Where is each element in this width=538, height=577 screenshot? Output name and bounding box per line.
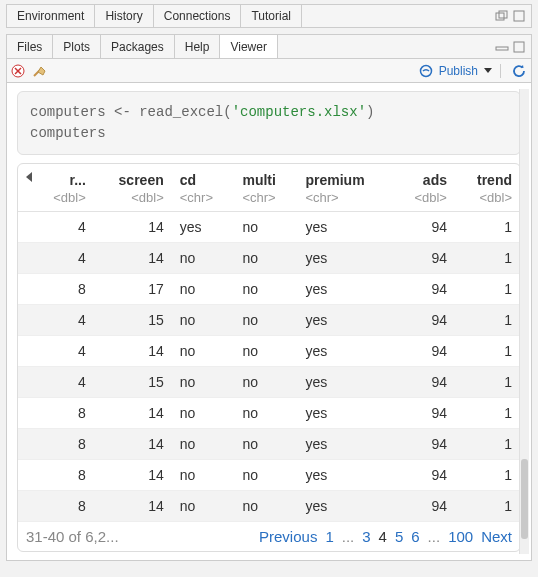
col-type-2: <chr> [172,190,235,212]
cell: 94 [393,243,455,274]
cell: 94 [393,336,455,367]
col-header-2[interactable]: cd [172,164,235,190]
cell: 1 [455,460,520,491]
col-header-4[interactable]: premium [297,164,393,190]
cell: 1 [455,243,520,274]
cell: 94 [393,274,455,305]
cell: no [172,460,235,491]
tab-packages[interactable]: Packages [101,35,175,58]
cell: 4 [32,243,94,274]
table-row: 414nonoyes941 [18,243,520,274]
remove-viewer-icon[interactable] [11,64,25,78]
cell: yes [297,429,393,460]
fullsize-pane-icon[interactable] [513,41,525,53]
tab-environment[interactable]: Environment [7,5,95,27]
cell: 14 [94,336,172,367]
cell: 8 [32,429,94,460]
publish-button[interactable]: Publish [415,64,505,78]
tab-connections[interactable]: Connections [154,5,242,27]
viewer-toolbar: Publish [7,59,531,83]
pager-page-6[interactable]: 6 [411,528,419,545]
cell: no [172,491,235,522]
cell: 1 [455,491,520,522]
cell: 15 [94,305,172,336]
table-row: 814nonoyes941 [18,491,520,522]
cell: yes [297,460,393,491]
pager-prev[interactable]: Previous [259,528,317,545]
cell: 14 [94,212,172,243]
vertical-scrollbar[interactable] [519,89,529,554]
viewer-pane: FilesPlotsPackagesHelpViewer Publish [6,34,532,561]
cell: 1 [455,367,520,398]
cell: yes [297,274,393,305]
minimize-pane-icon[interactable] [495,10,509,22]
col-header-0[interactable]: r... [32,164,94,190]
svg-point-9 [420,65,431,76]
tab-help[interactable]: Help [175,35,221,58]
tab-plots[interactable]: Plots [53,35,101,58]
cell: no [234,305,297,336]
table-row: 817nonoyes941 [18,274,520,305]
table-footer: 31-40 of 6,2... Previous1...3456...100Ne… [18,522,520,551]
col-type-4: <chr> [297,190,393,212]
cell: 1 [455,429,520,460]
data-table-wrap: r...screencdmultipremiumadstrend <dbl><d… [17,163,521,552]
cell: 4 [32,336,94,367]
pager-next[interactable]: Next [481,528,512,545]
pager-current: 4 [379,528,387,545]
cell: 1 [455,305,520,336]
col-type-6: <dbl> [455,190,520,212]
chevron-down-icon [484,68,492,73]
col-header-5[interactable]: ads [393,164,455,190]
collapse-pane-icon[interactable] [495,41,509,53]
scrollbar-thumb[interactable] [521,459,528,539]
tab-files[interactable]: Files [7,35,53,58]
tab-viewer[interactable]: Viewer [220,35,277,58]
cell: 94 [393,398,455,429]
code-chunk: computers <- read_excel('computers.xlsx'… [17,91,521,155]
cell: 15 [94,367,172,398]
cell: 1 [455,212,520,243]
cell: no [172,336,235,367]
table-row: 415nonoyes941 [18,367,520,398]
cell: no [172,367,235,398]
pager-page-100[interactable]: 100 [448,528,473,545]
col-type-0: <dbl> [32,190,94,212]
code-string: 'computers.xlsx' [232,104,366,120]
tab-history[interactable]: History [95,5,153,27]
cell: no [172,305,235,336]
broom-icon[interactable] [31,63,47,79]
table-row: 415nonoyes941 [18,305,520,336]
pager-page-3[interactable]: 3 [362,528,370,545]
svg-rect-3 [496,47,508,50]
publish-label: Publish [439,64,478,78]
cell: yes [297,367,393,398]
cell: yes [297,491,393,522]
scroll-left-icon[interactable] [26,172,32,182]
cell: 1 [455,398,520,429]
cell: 14 [94,460,172,491]
cell: yes [297,305,393,336]
col-header-1[interactable]: screen [94,164,172,190]
cell: 4 [32,305,94,336]
col-header-3[interactable]: multi [234,164,297,190]
col-type-3: <chr> [234,190,297,212]
refresh-icon[interactable] [511,63,527,79]
cell: yes [172,212,235,243]
upper-tabbar: EnvironmentHistoryConnectionsTutorial [6,4,532,28]
pager: Previous1...3456...100Next [129,528,512,545]
cell: 14 [94,491,172,522]
cell: no [234,398,297,429]
col-header-6[interactable]: trend [455,164,520,190]
cell: yes [297,243,393,274]
tab-tutorial[interactable]: Tutorial [241,5,302,27]
cell: yes [297,398,393,429]
pager-page-1[interactable]: 1 [325,528,333,545]
maximize-pane-icon[interactable] [513,10,525,22]
cell: 8 [32,491,94,522]
code-text-1b: ) [366,104,374,120]
table-row: 814nonoyes941 [18,398,520,429]
cell: 14 [94,429,172,460]
pager-page-5[interactable]: 5 [395,528,403,545]
cell: no [172,274,235,305]
